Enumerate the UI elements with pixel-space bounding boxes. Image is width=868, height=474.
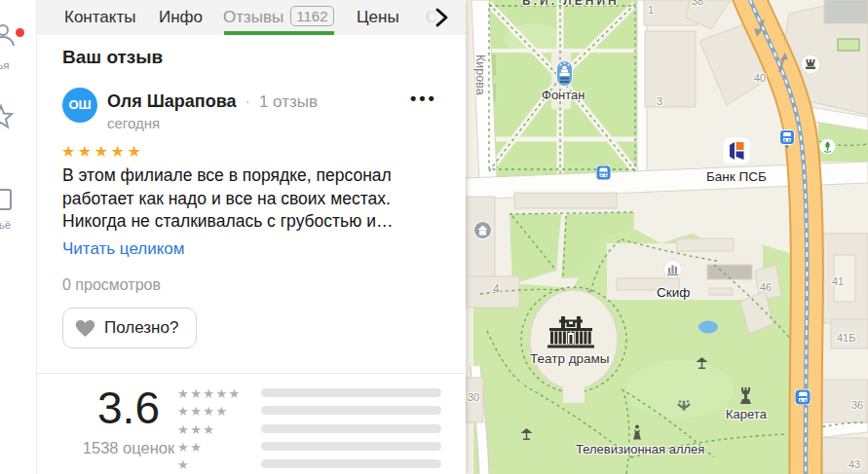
dist-bar: [261, 424, 441, 433]
house-number: 40: [754, 72, 766, 84]
review-star-rating: ★★★★★: [61, 142, 143, 161]
house-number: 38: [692, 0, 703, 7]
read-more-link[interactable]: Читать целиком: [62, 239, 185, 259]
business-card-panel: Контакты Инфо Отзывы1162 Цены С Ваш отзы…: [37, 0, 466, 474]
house-number: 46: [760, 281, 772, 293]
sidebar-item-bookmarks[interactable]: д: [0, 103, 37, 162]
house-number: 1: [648, 4, 654, 16]
views-count: 0 просмотров: [62, 276, 161, 294]
avatar[interactable]: ОШ: [62, 88, 97, 123]
sidebar-item-label: д: [0, 140, 25, 152]
dist-bar: [261, 406, 441, 415]
rating-score: 3.6: [80, 382, 177, 434]
map-label-skif[interactable]: Скиф: [657, 285, 690, 300]
map-canvas[interactable]: В.И. ЛЕНИН Кирова Фонтан Банк ПСБ Скиф Т…: [466, 0, 868, 474]
heart-icon: [75, 319, 95, 338]
yandex-maps-business-page: зья д льё Контакты Инфо Отзывы1162 Цены …: [0, 0, 868, 474]
map-label-fontan[interactable]: Фонтан: [542, 88, 585, 102]
tabs-scroll-right-icon[interactable]: [432, 7, 451, 28]
notification-dot: [16, 28, 24, 37]
dist-stars: ★★★: [177, 422, 215, 437]
house-number: 4: [493, 282, 500, 296]
dist-stars: ★★★★: [177, 404, 229, 419]
map-label-tv-alley: Телевизионная аллея: [576, 442, 704, 456]
tab-prices[interactable]: Цены: [357, 0, 399, 35]
separator-dot: ·: [245, 93, 250, 110]
map-label-kirova-street: Кирова: [473, 55, 487, 95]
bookmark-star-icon: [0, 103, 15, 130]
dist-bar: [261, 388, 441, 397]
author-review-count: 1 отзыв: [259, 92, 318, 111]
sidebar-item-label: льё: [0, 219, 25, 231]
review-text: В этом филиале все в порядке, персонал р…: [62, 164, 413, 234]
left-icon-rail: зья д льё: [0, 0, 37, 474]
author-name[interactable]: Оля Шарапова: [107, 91, 237, 111]
map-label-kareta[interactable]: Карета: [726, 407, 767, 421]
tab-contacts[interactable]: Контакты: [64, 0, 135, 35]
pond: [698, 321, 718, 334]
map-label-lenin-square: В.И. ЛЕНИН: [522, 0, 620, 8]
house-number: 3: [657, 95, 662, 107]
review-author-row: Оля Шарапова · 1 отзыв: [107, 91, 318, 112]
dist-bar: [261, 442, 441, 451]
house-number: 41: [832, 275, 844, 287]
more-options-icon[interactable]: •••: [410, 93, 435, 113]
house-number: 36: [851, 399, 863, 411]
theater-plaza-stem: [563, 385, 585, 403]
house-number: 41Б: [837, 332, 855, 344]
house-number: 30: [468, 391, 479, 403]
helpful-label: Полезно?: [104, 318, 178, 338]
map-label-drama-theater[interactable]: Театр драмы: [530, 351, 610, 366]
house-number: 43: [849, 458, 860, 470]
dist-stars: ★: [177, 457, 190, 472]
sidebar-item-housing[interactable]: льё: [0, 185, 37, 243]
friends-icon: [0, 21, 15, 49]
active-tab-underline: [224, 31, 334, 35]
tab-info[interactable]: Инфо: [159, 0, 203, 35]
dist-stars: ★★★★★: [177, 386, 242, 401]
reviews-count-badge: 1162: [290, 6, 333, 26]
map-label-bank-psb[interactable]: Банк ПСБ: [706, 169, 767, 184]
sidebar-item-label: зья: [0, 59, 25, 71]
sidebar-item-friends[interactable]: зья: [0, 19, 37, 78]
your-review-title: Ваш отзыв: [62, 47, 163, 68]
helpful-button[interactable]: Полезно?: [62, 308, 197, 348]
tab-reviews[interactable]: Отзывы1162: [223, 0, 334, 35]
dist-stars: ★★: [177, 440, 203, 455]
dist-bar: [261, 459, 441, 468]
housing-icon: [0, 185, 15, 212]
section-divider: [37, 373, 466, 374]
review-date: сегодня: [107, 115, 160, 131]
tab-bar: Контакты Инфо Отзывы1162 Цены С: [37, 0, 466, 35]
